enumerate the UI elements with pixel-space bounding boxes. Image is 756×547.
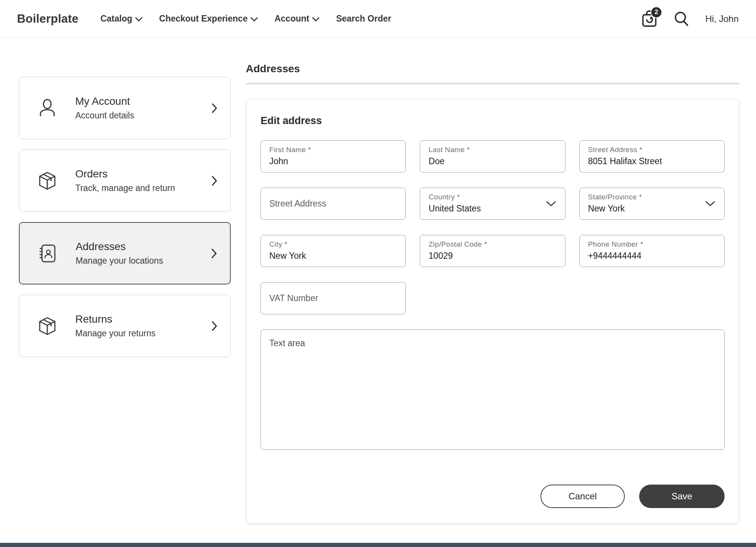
address-form-grid: First Name * John Last Name * Doe Street… xyxy=(261,140,725,267)
search-icon[interactable] xyxy=(674,11,689,27)
sidebar-item-orders[interactable]: Orders Track, manage and return xyxy=(19,149,231,212)
sidebar-item-subtitle: Manage your returns xyxy=(75,328,155,339)
vat-number-input[interactable] xyxy=(269,293,397,303)
nav-account[interactable]: Account xyxy=(275,14,320,24)
sidebar-item-subtitle: Manage your locations xyxy=(76,256,163,266)
state-province-value: New York xyxy=(588,204,716,214)
address-notes-textarea[interactable] xyxy=(261,329,725,450)
phone-number-value: +9444444444 xyxy=(588,251,716,261)
page: Boilerplate Catalog Checkout Experience … xyxy=(0,0,756,524)
chevron-right-icon xyxy=(211,321,217,331)
cart-button[interactable]: 2 xyxy=(641,10,658,28)
street-address-2-field[interactable] xyxy=(261,188,406,220)
nav-search-order[interactable]: Search Order xyxy=(336,14,391,24)
cancel-button[interactable]: Cancel xyxy=(540,485,625,508)
sidebar-item-my-account[interactable]: My Account Account details xyxy=(19,77,231,139)
logo[interactable]: Boilerplate xyxy=(17,12,78,26)
phone-number-field[interactable]: Phone Number * +9444444444 xyxy=(579,235,725,267)
sidebar-item-text: My Account Account details xyxy=(75,95,134,121)
nav-checkout-experience-label: Checkout Experience xyxy=(159,14,248,24)
state-province-label: State/Province * xyxy=(588,193,716,201)
nav-catalog-label: Catalog xyxy=(100,14,132,24)
edit-address-card: Edit address First Name * John Last Name… xyxy=(246,99,739,524)
chevron-right-icon xyxy=(211,103,217,113)
first-name-value: John xyxy=(269,156,397,166)
sidebar-item-title: Addresses xyxy=(76,241,163,253)
street-address-field[interactable]: Street Address * 8051 Halifax Street xyxy=(579,140,725,172)
country-label: Country * xyxy=(428,193,556,201)
country-value: United States xyxy=(428,204,556,214)
chevron-down-icon xyxy=(312,17,320,22)
last-name-label: Last Name * xyxy=(428,146,556,154)
user-icon xyxy=(37,98,57,118)
footer-bar xyxy=(0,543,756,547)
page-title: Addresses xyxy=(246,63,739,75)
cart-badge: 2 xyxy=(650,6,662,18)
zip-postal-code-field[interactable]: Zip/Postal Code * 10029 xyxy=(420,235,565,267)
city-value: New York xyxy=(269,251,397,261)
zip-postal-code-label: Zip/Postal Code * xyxy=(428,240,556,249)
sidebar-item-returns[interactable]: Returns Manage your returns xyxy=(19,295,231,357)
phone-number-label: Phone Number * xyxy=(588,240,716,249)
sidebar-item-text: Addresses Manage your locations xyxy=(76,241,163,266)
sidebar-item-title: My Account xyxy=(75,95,134,107)
header-right: 2 Hi, John xyxy=(641,10,739,28)
sidebar-item-title: Orders xyxy=(75,168,175,180)
sidebar-item-addresses[interactable]: Addresses Manage your locations xyxy=(19,222,231,284)
zip-postal-code-value: 10029 xyxy=(428,251,556,261)
sidebar-item-subtitle: Track, manage and return xyxy=(75,183,175,193)
package-icon xyxy=(37,316,57,336)
chevron-right-icon xyxy=(211,248,217,259)
first-name-field[interactable]: First Name * John xyxy=(261,140,406,172)
country-select[interactable]: Country * United States xyxy=(420,188,565,220)
edit-address-title: Edit address xyxy=(261,115,725,127)
last-name-field[interactable]: Last Name * Doe xyxy=(420,140,565,172)
chevron-down-icon xyxy=(135,17,143,22)
sidebar-item-text: Returns Manage your returns xyxy=(75,313,155,339)
state-province-select[interactable]: State/Province * New York xyxy=(579,188,725,220)
street-address-value: 8051 Halifax Street xyxy=(588,156,716,166)
address-book-icon xyxy=(38,243,57,264)
main-panel: Addresses Edit address First Name * John… xyxy=(246,48,739,524)
form-actions: Cancel Save xyxy=(261,485,725,508)
chevron-down-icon xyxy=(705,201,715,207)
save-button[interactable]: Save xyxy=(639,485,725,508)
sidebar-item-subtitle: Account details xyxy=(75,110,134,121)
vat-number-field[interactable] xyxy=(261,282,406,314)
greeting[interactable]: Hi, John xyxy=(705,14,739,24)
title-divider xyxy=(246,83,739,84)
chevron-down-icon xyxy=(250,17,258,22)
top-nav: Boilerplate Catalog Checkout Experience … xyxy=(0,0,756,38)
content: My Account Account details xyxy=(0,48,756,524)
nav-catalog[interactable]: Catalog xyxy=(100,14,142,24)
street-address-label: Street Address * xyxy=(588,146,716,154)
street-address-2-input[interactable] xyxy=(269,199,397,209)
first-name-label: First Name * xyxy=(269,146,397,154)
sidebar-item-text: Orders Track, manage and return xyxy=(75,168,175,193)
nav-search-order-label: Search Order xyxy=(336,14,391,24)
chevron-down-icon xyxy=(546,201,556,207)
chevron-right-icon xyxy=(211,176,217,186)
vat-row xyxy=(261,282,406,314)
city-label: City * xyxy=(269,240,397,249)
last-name-value: Doe xyxy=(428,156,556,166)
nav-checkout-experience[interactable]: Checkout Experience xyxy=(159,14,258,24)
city-field[interactable]: City * New York xyxy=(261,235,406,267)
sidebar-item-title: Returns xyxy=(75,313,155,325)
nav-account-label: Account xyxy=(275,14,309,24)
account-sidebar: My Account Account details xyxy=(19,77,231,524)
package-icon xyxy=(37,171,57,191)
main-nav: Catalog Checkout Experience Account Sear… xyxy=(100,14,391,24)
